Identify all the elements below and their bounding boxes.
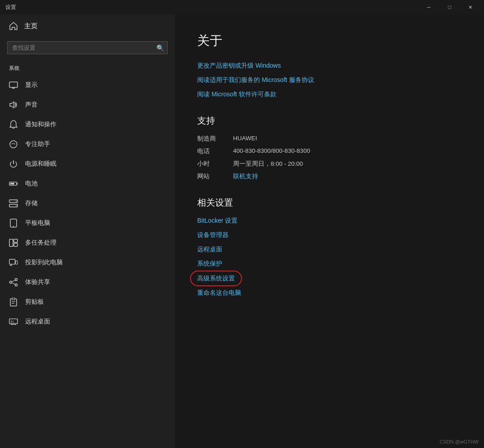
svg-point-11 bbox=[16, 205, 17, 206]
sound-icon bbox=[9, 100, 18, 109]
focus-label: 专注助手 bbox=[25, 140, 50, 148]
section-label: 系统 bbox=[0, 61, 175, 75]
maximize-button[interactable]: □ bbox=[439, 0, 460, 14]
link-system-protection[interactable]: 系统保护 bbox=[197, 260, 462, 268]
remote-label: 远程桌面 bbox=[25, 318, 50, 326]
sidebar-item-project[interactable]: 投影到此电脑 bbox=[0, 253, 175, 272]
storage-icon bbox=[9, 199, 18, 208]
tablet-label: 平板电脑 bbox=[25, 219, 50, 227]
project-icon bbox=[9, 258, 18, 267]
support-website-row: 网站 联机支持 bbox=[197, 172, 462, 181]
sidebar-item-focus[interactable]: 专注助手 bbox=[0, 134, 175, 154]
link-service-agreement[interactable]: 阅读适用于我们服务的 Microsoft 服务协议 bbox=[197, 76, 462, 84]
clipboard-label: 剪贴板 bbox=[25, 298, 44, 306]
sidebar-item-notification[interactable]: 通知和操作 bbox=[0, 115, 175, 134]
display-icon bbox=[9, 81, 18, 90]
svg-point-10 bbox=[16, 201, 17, 202]
support-info-table: 制造商 HUAWEI 电话 400-830-8300/800-830-8300 … bbox=[197, 135, 462, 181]
svg-rect-17 bbox=[9, 259, 15, 264]
svg-rect-14 bbox=[9, 239, 13, 246]
svg-rect-16 bbox=[14, 243, 17, 246]
sidebar-item-battery[interactable]: 电池 bbox=[0, 174, 175, 194]
link-advanced-system[interactable]: 高级系统设置 bbox=[197, 275, 235, 282]
close-button[interactable]: ✕ bbox=[460, 0, 480, 14]
svg-rect-6 bbox=[17, 183, 17, 185]
minimize-button[interactable]: ─ bbox=[419, 0, 439, 14]
sidebar-home-label: 主页 bbox=[24, 22, 38, 30]
display-label: 显示 bbox=[25, 81, 38, 89]
watermark: CSDN @wGTHW bbox=[440, 439, 479, 444]
sidebar-item-multitask[interactable]: 多任务处理 bbox=[0, 233, 175, 253]
main-container: 主页 🔍 系统 显示 bbox=[0, 14, 484, 448]
sidebar-item-sound[interactable]: 声音 bbox=[0, 95, 175, 115]
sidebar-item-share[interactable]: 体验共享 bbox=[0, 272, 175, 292]
content-area: 关于 更改产品密钥或升级 Windows 阅读适用于我们服务的 Microsof… bbox=[175, 14, 484, 448]
focus-icon bbox=[9, 140, 18, 149]
battery-icon bbox=[9, 179, 18, 188]
svg-rect-7 bbox=[10, 183, 14, 185]
support-phone-row: 电话 400-830-8300/800-830-8300 bbox=[197, 147, 462, 155]
search-icon: 🔍 bbox=[156, 44, 164, 52]
link-bitlocker[interactable]: BitLocker 设置 bbox=[197, 217, 462, 225]
remote-icon: Ai bbox=[9, 317, 18, 326]
hours-value: 周一至周日，8:00 - 20:00 bbox=[233, 160, 303, 168]
link-upgrade-windows[interactable]: 更改产品密钥或升级 Windows bbox=[197, 62, 462, 70]
sidebar: 主页 🔍 系统 显示 bbox=[0, 14, 175, 448]
advanced-system-settings-highlight: 高级系统设置 bbox=[197, 274, 235, 283]
notification-label: 通知和操作 bbox=[25, 121, 56, 129]
multitask-icon bbox=[9, 238, 18, 247]
phone-label: 电话 bbox=[197, 147, 233, 155]
home-icon bbox=[9, 22, 18, 30]
titlebar-controls: ─ □ ✕ bbox=[419, 0, 480, 14]
website-value[interactable]: 联机支持 bbox=[233, 172, 258, 181]
search-input[interactable] bbox=[7, 41, 168, 54]
sidebar-home-item[interactable]: 主页 bbox=[0, 14, 175, 38]
sidebar-item-clipboard[interactable]: 剪贴板 bbox=[0, 292, 175, 312]
svg-rect-28 bbox=[12, 298, 15, 300]
svg-line-26 bbox=[12, 283, 15, 284]
svg-rect-18 bbox=[16, 261, 18, 264]
phone-value: 400-830-8300/800-830-8300 bbox=[233, 147, 310, 155]
website-label: 网站 bbox=[197, 172, 233, 181]
svg-line-25 bbox=[12, 280, 15, 282]
support-hours-row: 小时 周一至周日，8:00 - 20:00 bbox=[197, 160, 462, 168]
svg-point-13 bbox=[13, 226, 14, 227]
sidebar-item-remote[interactable]: Ai 远程桌面 bbox=[0, 312, 175, 332]
manufacturer-label: 制造商 bbox=[197, 135, 233, 143]
power-label: 电源和睡眠 bbox=[25, 160, 56, 168]
svg-text:Ai: Ai bbox=[11, 320, 14, 323]
related-section-title: 相关设置 bbox=[197, 197, 462, 209]
link-rename-pc[interactable]: 重命名这台电脑 bbox=[197, 289, 462, 297]
multitask-label: 多任务处理 bbox=[25, 239, 56, 247]
power-icon bbox=[9, 159, 18, 168]
svg-rect-0 bbox=[9, 82, 17, 87]
support-manufacturer-row: 制造商 HUAWEI bbox=[197, 135, 462, 143]
tablet-icon bbox=[9, 219, 18, 228]
clipboard-icon bbox=[9, 297, 18, 306]
svg-rect-15 bbox=[14, 239, 17, 242]
hours-label: 小时 bbox=[197, 160, 233, 168]
notification-icon bbox=[9, 120, 18, 129]
svg-marker-3 bbox=[10, 102, 14, 108]
battery-label: 电池 bbox=[25, 180, 38, 188]
svg-point-22 bbox=[15, 279, 17, 281]
svg-point-24 bbox=[15, 284, 17, 286]
support-section-title: 支持 bbox=[197, 115, 462, 127]
project-label: 投影到此电脑 bbox=[25, 258, 63, 267]
page-title: 关于 bbox=[197, 32, 462, 49]
sidebar-item-power[interactable]: 电源和睡眠 bbox=[0, 154, 175, 174]
titlebar: 设置 ─ □ ✕ bbox=[0, 0, 484, 14]
sidebar-item-display[interactable]: 显示 bbox=[0, 75, 175, 95]
manufacturer-value: HUAWEI bbox=[233, 135, 257, 143]
sidebar-item-storage[interactable]: 存储 bbox=[0, 194, 175, 213]
sound-label: 声音 bbox=[25, 101, 38, 109]
svg-point-4 bbox=[10, 141, 17, 148]
svg-point-23 bbox=[10, 281, 12, 284]
storage-label: 存储 bbox=[25, 199, 38, 207]
link-license-terms[interactable]: 阅读 Microsoft 软件许可条款 bbox=[197, 90, 462, 99]
link-remote-desktop[interactable]: 远程桌面 bbox=[197, 246, 462, 254]
link-device-manager[interactable]: 设备管理器 bbox=[197, 231, 462, 239]
share-label: 体验共享 bbox=[25, 278, 50, 286]
sidebar-item-tablet[interactable]: 平板电脑 bbox=[0, 213, 175, 233]
search-box: 🔍 bbox=[7, 41, 168, 54]
